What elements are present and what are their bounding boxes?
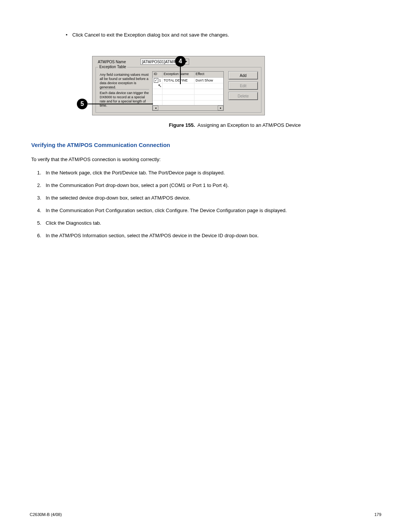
help-divider (100, 89, 149, 89)
step-item: In the Communication Port Configuration … (43, 208, 381, 213)
bullet-item: • Click Cancel to exit the Exception dia… (61, 32, 381, 38)
cell-name: TOTAL DEFINE (162, 78, 194, 83)
cell-id: 1 (159, 78, 161, 82)
bullet-marker: • (61, 32, 72, 38)
intro-text: To verify that the ATM/POS connection is… (31, 157, 381, 162)
atm-pos-name-label: ATM/POS Name (98, 60, 126, 64)
col-header-id[interactable]: ID (153, 72, 162, 77)
footer-docid: C2630M-B (4/08) (30, 512, 62, 517)
exception-table: ID Exception Name Effect ✓ 1 TOTAL DEFIN… (152, 71, 224, 111)
footer-page-number: 179 (374, 512, 381, 517)
step-item: In the Network page, click the Port/Devi… (43, 170, 381, 176)
exception-table-groupbox: Exception Table Any field containing val… (96, 67, 261, 113)
bullet-text: Click Cancel to exit the Exception dialo… (72, 32, 229, 38)
row-checkbox[interactable]: ✓ (154, 78, 158, 83)
help-text-2: Each data device can trigger the DX8000 … (100, 91, 149, 108)
help-text-1: Any field containing values must all be … (100, 73, 149, 89)
scroll-right-icon[interactable]: ▸ (218, 105, 223, 110)
step-item: Click the Diagnostics tab. (43, 220, 381, 226)
step-item: In the ATM/POS Information section, sele… (43, 233, 381, 238)
groupbox-label: Exception Table (98, 65, 127, 69)
horizontal-scrollbar[interactable]: ◂ ▸ (153, 105, 223, 110)
section-heading: Verifying the ATM/POS Communication Conn… (31, 142, 381, 148)
callout-4: 4 (175, 56, 186, 67)
table-header: ID Exception Name Effect (153, 72, 223, 78)
page-footer: C2630M-B (4/08) 179 (30, 512, 381, 517)
delete-button[interactable]: Delete (228, 92, 258, 100)
steps-list: In the Network page, click the Port/Devi… (43, 170, 381, 238)
col-header-name[interactable]: Exception Name (162, 72, 194, 77)
col-header-effect[interactable]: Effect (194, 72, 223, 77)
step-item: In the Communication Port drop-down box,… (43, 182, 381, 188)
figure-caption: Figure 155. Assigning an Exception to an… (107, 122, 362, 128)
add-button[interactable]: Add (228, 71, 258, 80)
edit-button[interactable]: Edit (228, 81, 258, 90)
scroll-left-icon[interactable]: ◂ (153, 105, 158, 110)
table-row[interactable] (153, 83, 223, 89)
step-item: In the selected device drop-down box, se… (43, 195, 381, 201)
callout-5-line (88, 104, 153, 104)
cell-effect: Don't Show (194, 78, 223, 83)
figure-155: 4 5 ATM/POS Name [ATM/POS01]ATM/POS01 Ex… (92, 56, 362, 128)
table-row[interactable] (153, 89, 223, 95)
table-row[interactable]: ✓ 1 TOTAL DEFINE Don't Show (153, 78, 223, 83)
callout-5: 5 (77, 99, 88, 109)
table-row[interactable] (153, 95, 223, 101)
callout-4-line (180, 67, 181, 84)
